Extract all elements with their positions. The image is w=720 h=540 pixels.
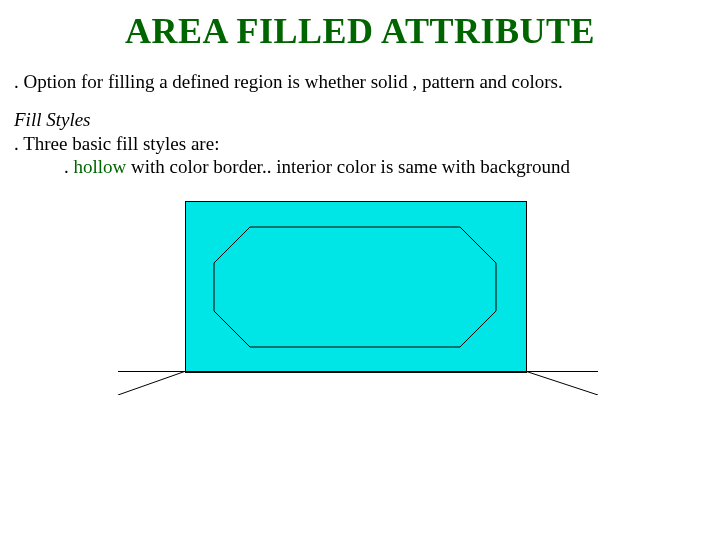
page-title: AREA FILLED ATTRIBUTE <box>0 10 720 52</box>
diagram <box>0 193 720 413</box>
section-heading: Fill Styles <box>14 108 706 132</box>
hollow-bullet: . hollow with color border.. interior co… <box>64 155 680 179</box>
perspective-line-left-icon <box>118 371 186 395</box>
perspective-line-right-icon <box>525 371 598 395</box>
svg-line-2 <box>525 371 598 395</box>
svg-marker-0 <box>214 227 496 347</box>
hollow-word: hollow <box>74 156 132 177</box>
intro-text: . Option for filling a defined region is… <box>14 70 706 94</box>
slide: AREA FILLED ATTRIBUTE . Option for filli… <box>0 0 720 540</box>
bullet-dot: . <box>64 156 74 177</box>
svg-line-1 <box>118 371 186 395</box>
bullet-rest: with color border.. interior color is sa… <box>131 156 570 177</box>
fill-styles-line: . Three basic fill styles are: <box>14 132 706 156</box>
octagon-outline-icon <box>210 223 500 351</box>
